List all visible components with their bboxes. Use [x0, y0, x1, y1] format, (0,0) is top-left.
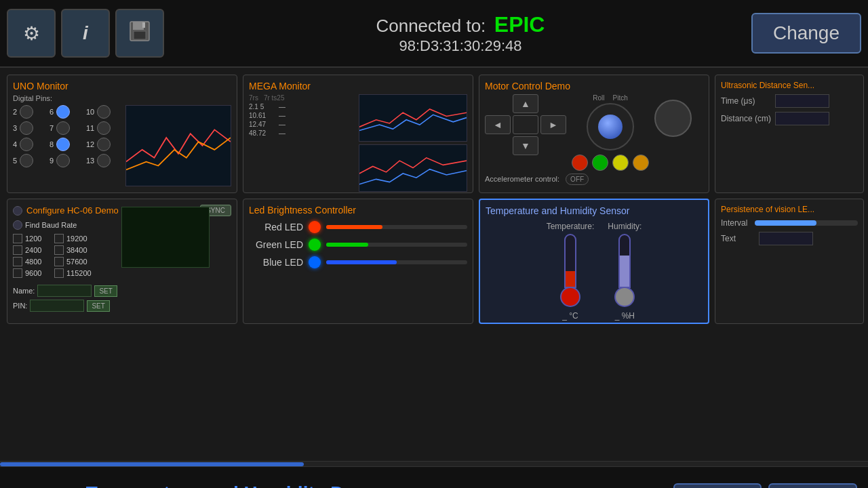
blue-led-dot: [309, 256, 321, 268]
color-buttons: [572, 155, 649, 171]
pin-9[interactable]: 9: [50, 154, 83, 167]
color-orange[interactable]: [633, 155, 649, 171]
mega-charts: [359, 94, 467, 192]
pin-7[interactable]: 7: [50, 121, 83, 135]
pin-6[interactable]: 6: [50, 105, 83, 119]
green-led-slider[interactable]: [326, 243, 467, 247]
time-input[interactable]: [775, 94, 829, 108]
led-title: Led Brightness Controller: [249, 205, 467, 216]
settings-button[interactable]: ⚙: [7, 9, 56, 58]
find-baud-row: Find Baud Rate: [13, 220, 117, 230]
pin-11-circle: [97, 121, 111, 135]
top-bar: ⚙ i Connected to: EPIC 98:D3:31:30:29:48…: [0, 0, 868, 68]
name-set-button[interactable]: SET: [94, 285, 117, 297]
pin-input[interactable]: [30, 300, 84, 312]
name-input[interactable]: [37, 285, 92, 297]
pin-7-label: 7: [50, 124, 54, 132]
toggle-off-label: OFF: [570, 176, 584, 183]
red-led-row: Red LED: [249, 221, 467, 233]
mega-title: MEGA Monitor: [249, 81, 467, 92]
temp-value: _ °C: [562, 311, 578, 321]
motor-dial[interactable]: [654, 100, 692, 137]
uno-title: UNO Monitor: [13, 81, 231, 92]
find-baud-dot: [13, 220, 22, 230]
baud-4800[interactable]: 4800: [13, 257, 50, 266]
pin-label: PIN:: [13, 302, 27, 310]
baud-38400[interactable]: 38400: [54, 245, 98, 255]
dpad-right[interactable]: ►: [540, 115, 566, 134]
bottom-buttons: Edit ✏ Run ▶: [673, 483, 857, 489]
temp-bulb: [560, 287, 580, 307]
temp-thermometer: [557, 234, 584, 308]
accel-row: Accelerometer control: OFF: [485, 174, 703, 185]
pin-10[interactable]: 10: [86, 105, 120, 119]
dpad-down[interactable]: ▼: [513, 136, 538, 155]
color-green[interactable]: [592, 155, 608, 171]
pin-12[interactable]: 12: [86, 138, 120, 151]
text-input[interactable]: [759, 232, 813, 245]
baud-115200[interactable]: 115200: [54, 268, 98, 278]
pin-13[interactable]: 13: [86, 154, 120, 167]
pin-3[interactable]: 3: [13, 121, 47, 135]
color-yellow[interactable]: [612, 155, 629, 171]
distance-input[interactable]: [775, 112, 829, 125]
pin-2[interactable]: 2: [13, 105, 47, 119]
pin-4[interactable]: 4: [13, 138, 47, 151]
baud-2400[interactable]: 2400: [13, 245, 50, 255]
pin-10-label: 10: [86, 108, 94, 116]
color-red[interactable]: [572, 155, 588, 171]
dpad-left[interactable]: ◄: [485, 115, 511, 134]
baud-57600[interactable]: 57600: [54, 257, 98, 266]
ultrasonic-title: Ultrasonic Distance Sen...: [721, 81, 858, 90]
pin-5[interactable]: 5: [13, 154, 47, 167]
svg-rect-3: [142, 22, 145, 28]
joystick-ball: [598, 115, 623, 139]
red-led-fill: [326, 225, 382, 229]
dpad-up[interactable]: ▲: [513, 94, 538, 113]
baud-9600[interactable]: 9600: [13, 268, 50, 278]
pitch-label: Pitch: [613, 94, 628, 102]
green-led-fill: [326, 243, 368, 247]
mega-chart-top: [359, 94, 467, 142]
green-led-row: Green LED: [249, 239, 467, 251]
name-row: Name: SET: [13, 285, 117, 297]
edit-button[interactable]: Edit ✏: [673, 483, 762, 489]
scroll-track[interactable]: [0, 461, 868, 466]
pin-7-circle: [56, 121, 70, 135]
humid-bulb: [614, 287, 635, 307]
persist-title: Persistence of vision LE...: [721, 205, 858, 214]
pin-set-button[interactable]: SET: [87, 300, 109, 312]
joystick[interactable]: [587, 103, 634, 150]
red-led-slider[interactable]: [326, 225, 467, 229]
distance-row: Distance (cm): [721, 112, 858, 125]
mega-row-1: 10.61—: [249, 112, 355, 119]
blue-led-fill: [326, 260, 397, 264]
blue-led-slider[interactable]: [326, 260, 467, 264]
interval-row: Interval: [721, 218, 858, 228]
mega-row-0: 2.1 5—: [249, 103, 355, 110]
main-grid: UNO Monitor Digital Pins: 2 6 10 3 7 11 …: [0, 68, 868, 461]
connection-info: Connected to: EPIC 98:D3:31:30:29:48: [170, 12, 751, 55]
pin-11[interactable]: 11: [86, 121, 120, 135]
run-button[interactable]: Run ▶: [768, 483, 857, 489]
pin-4-label: 4: [13, 140, 17, 148]
save-button[interactable]: [115, 9, 164, 58]
pin-8[interactable]: 8: [50, 138, 83, 151]
pin-grid: 2 6 10 3 7 11 4 8 12 5 9 13: [13, 105, 120, 167]
hc06-panel: Configure HC-06 Demo SYNC Find Baud Rate…: [7, 199, 237, 324]
mega-monitor-panel: MEGA Monitor 7rs7r ts25 2.1 5— 10.61— 12…: [243, 75, 473, 193]
motor-title: Motor Control Demo: [485, 81, 703, 92]
pin-13-label: 13: [86, 157, 94, 165]
motor-control-panel: Motor Control Demo ▲ ◄ ► ▼ Roll Pitch: [479, 75, 709, 193]
panel-number-label: Panel 6 :: [11, 485, 75, 489]
info-button[interactable]: i: [61, 9, 110, 58]
accel-toggle[interactable]: OFF: [566, 174, 589, 185]
humid-value: _ %H: [615, 311, 635, 321]
baud-19200[interactable]: 19200: [54, 234, 98, 243]
mega-data-rows: 7rs7r ts25 2.1 5— 10.61— 12.47— 48.72—: [249, 94, 355, 192]
change-button[interactable]: Change: [751, 13, 861, 54]
baud-1200[interactable]: 1200: [13, 234, 50, 243]
interval-slider[interactable]: [755, 220, 858, 226]
scroll-thumb: [0, 462, 304, 466]
temp-humidity-panel: Temperature and Humidity Sensor Temperat…: [479, 199, 709, 324]
